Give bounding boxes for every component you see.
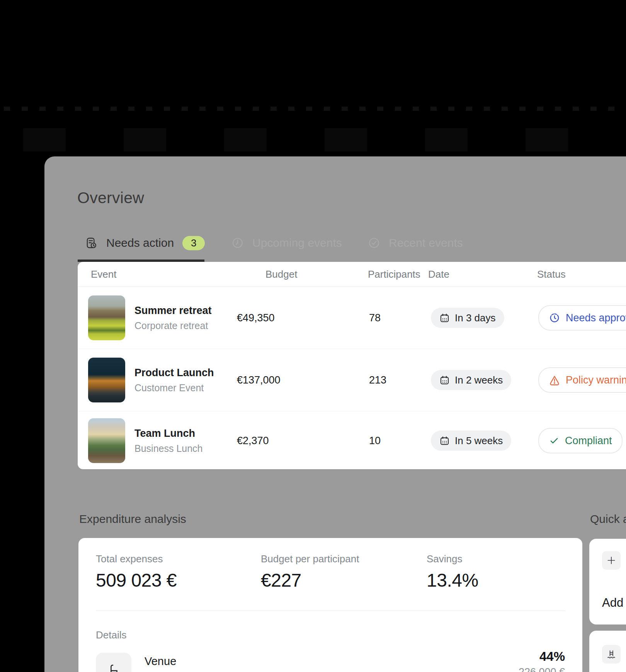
event-name-cell: Team Lunch Business Lunch <box>134 428 203 454</box>
warning-triangle-icon <box>549 374 560 386</box>
date-label: In 3 days <box>455 312 496 324</box>
dimmed-background-remnants <box>23 128 603 151</box>
quick-actions-heading: Quick actions <box>590 512 626 526</box>
calendar-icon <box>439 436 450 446</box>
status-label: Needs approval <box>566 312 626 324</box>
table-row[interactable]: Summer retreat Corporate retreat €49,350… <box>78 287 626 349</box>
details-label: Details <box>96 629 126 641</box>
needs-action-table: Event Budget Participants Date Status Su… <box>78 262 626 469</box>
event-subtitle: Corporate retreat <box>134 320 212 331</box>
budget-value: €2,370 <box>237 435 269 447</box>
quick-action-add-event-card[interactable]: Add event <box>589 539 626 624</box>
event-title: Product Launch <box>134 367 214 379</box>
stat-label: Budget per participant <box>261 553 359 565</box>
date-label: In 2 weeks <box>455 374 503 386</box>
status-cell: Policy warning <box>538 367 626 393</box>
page-title: Overview <box>77 189 144 207</box>
status-cell: Compliant <box>538 428 623 453</box>
detail-percent: 44% <box>539 649 565 664</box>
status-badge: Needs approval <box>538 305 626 331</box>
event-title: Summer retreat <box>134 305 212 317</box>
pending-clock-icon <box>549 312 560 324</box>
table-header: Event Budget Participants Date Status <box>78 262 626 287</box>
event-name-cell: Product Launch Customer Event <box>134 367 214 394</box>
check-icon <box>549 435 560 446</box>
quick-action-card[interactable] <box>589 631 626 672</box>
plus-icon <box>602 551 621 570</box>
quick-action-label: Add event <box>602 596 626 610</box>
event-name-cell: Summer retreat Corporate retreat <box>134 305 212 331</box>
budget-value: €137,000 <box>237 374 281 386</box>
calendar-icon <box>439 313 450 323</box>
date-cell: In 3 days <box>431 308 504 328</box>
date-cell: In 2 weeks <box>431 370 511 390</box>
expenditure-heading: Expenditure analysis <box>79 512 186 526</box>
divider <box>96 611 565 611</box>
pool-ladder-icon <box>602 645 621 664</box>
tab-recent-events[interactable]: Recent events <box>367 233 463 253</box>
tab-upcoming-events[interactable]: Upcoming events <box>231 233 342 253</box>
tab-label: Needs action <box>106 236 174 249</box>
date-label: In 5 weeks <box>455 435 503 447</box>
event-subtitle: Business Lunch <box>134 443 203 454</box>
date-chip: In 3 days <box>431 308 504 328</box>
event-title: Team Lunch <box>134 428 203 440</box>
savings-value: 13.4% <box>427 570 478 591</box>
screen: Overview Needs action 3 Upcomi <box>0 0 626 672</box>
date-chip: In 5 weeks <box>431 431 511 451</box>
table-row[interactable]: Product Launch Customer Event €137,000 2… <box>78 349 626 411</box>
participants-value: 10 <box>369 435 381 447</box>
stat-label: Savings <box>427 553 463 565</box>
total-expenses-value: 509 023 € <box>96 570 177 591</box>
status-label: Policy warning <box>566 374 626 386</box>
detail-amount: 226 000 € <box>519 666 565 672</box>
document-clock-icon <box>85 236 98 249</box>
clock-icon <box>231 236 245 250</box>
event-thumbnail <box>88 418 125 463</box>
status-label: Compliant <box>565 435 612 447</box>
budget-value: €49,350 <box>237 312 275 324</box>
budget-per-participant-value: €227 <box>261 570 301 591</box>
status-badge: Compliant <box>538 428 623 453</box>
overview-panel: Overview Needs action 3 Upcomi <box>44 156 626 672</box>
dimmed-background-remnants <box>4 107 622 111</box>
tab-needs-action[interactable]: Needs action 3 <box>85 233 205 253</box>
date-chip: In 2 weeks <box>431 370 511 390</box>
event-subtitle: Customer Event <box>134 382 214 394</box>
participants-value: 78 <box>369 312 381 324</box>
chair-icon <box>96 653 131 672</box>
tab-label: Upcoming events <box>252 236 342 249</box>
table-row[interactable]: Team Lunch Business Lunch €2,370 10 <box>78 411 626 470</box>
stat-label: Total expenses <box>96 553 163 565</box>
column-header-event: Event <box>91 262 117 287</box>
detail-row-label[interactable]: Venue <box>145 655 176 668</box>
column-header-budget: Budget <box>265 262 297 287</box>
event-thumbnail <box>88 358 125 402</box>
column-header-status: Status <box>537 262 566 287</box>
check-circle-icon <box>367 236 381 250</box>
column-header-date: Date <box>428 262 449 287</box>
participants-value: 213 <box>369 374 386 386</box>
tab-label: Recent events <box>389 236 463 249</box>
expenditure-analysis-card: Total expenses 509 023 € Budget per part… <box>78 538 582 672</box>
event-thumbnail <box>88 295 125 340</box>
status-badge: Policy warning <box>538 367 626 393</box>
date-cell: In 5 weeks <box>431 431 511 451</box>
status-cell: Needs approval <box>538 305 626 331</box>
calendar-icon <box>439 375 450 385</box>
needs-action-count-badge: 3 <box>182 236 205 250</box>
column-header-participants: Participants <box>368 262 420 287</box>
